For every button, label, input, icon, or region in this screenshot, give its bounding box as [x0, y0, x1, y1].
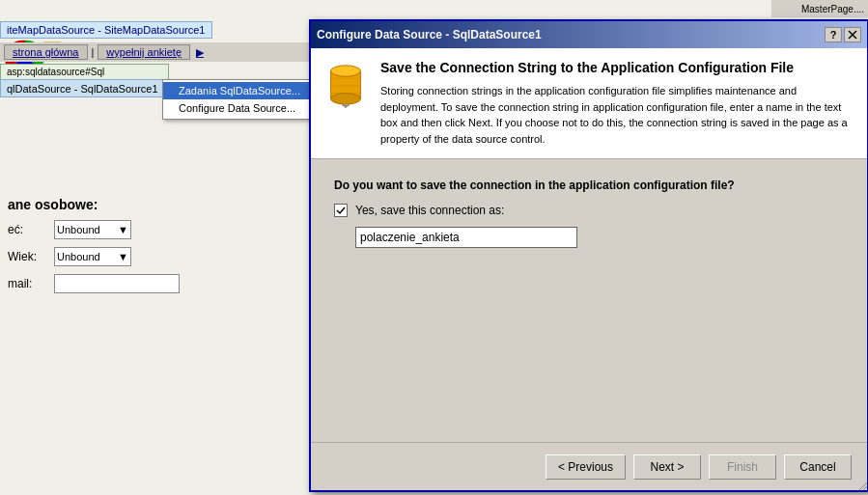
sitemap-datasource-label: iteMapDataSource - SiteMapDataSource1: [0, 21, 212, 39]
dialog-title: Configure Data Source - SqlDataSource1: [317, 28, 542, 41]
nav-arrow[interactable]: ▶: [196, 46, 204, 59]
connection-name-input[interactable]: [355, 227, 577, 248]
save-connection-checkbox-row: Yes, save this connection as:: [334, 204, 844, 217]
context-menu-item-configure[interactable]: Configure Data Source...: [163, 99, 316, 117]
nav-tabs: strona główna | wypełnij ankietę ▶: [0, 42, 309, 62]
form-row-age: Wiek: Unbound ▼: [0, 243, 309, 270]
dialog-header-title: Save the Connection String to the Applic…: [380, 60, 852, 75]
checkbox-label: Yes, save this connection as:: [355, 204, 504, 217]
dialog-controls: ?: [825, 27, 861, 42]
svg-line-14: [863, 486, 867, 490]
dialog-content: Save the Connection String to the Applic…: [311, 48, 867, 490]
dialog-titlebar: Configure Data Source - SqlDataSource1 ?: [311, 21, 867, 48]
dropdown-arrow-icon: ▼: [118, 224, 128, 235]
personal-header: ane osobowe:: [0, 193, 309, 216]
top-bar: MasterPage....: [771, 0, 868, 17]
age-label: Wiek:: [8, 250, 46, 263]
dialog-help-button[interactable]: ?: [825, 27, 842, 42]
nav-link-home[interactable]: strona główna: [4, 44, 88, 60]
email-label: mail:: [8, 277, 46, 290]
svg-point-8: [331, 94, 361, 105]
dialog-header-desc: Storing connection strings in the applic…: [380, 83, 852, 147]
cancel-button[interactable]: Cancel: [784, 454, 852, 480]
dialog-header-text: Save the Connection String to the Applic…: [380, 60, 852, 147]
content-placeholder-label: asp:sqldatasource#Sql: [0, 64, 169, 80]
dialog-question: Do you want to save the connection in th…: [334, 179, 844, 192]
personal-data-section: ane osobowe: eć: Unbound ▼ Wiek: Unbound…: [0, 193, 309, 297]
dialog-header-section: Save the Connection String to the Applic…: [311, 48, 867, 159]
next-button[interactable]: Next >: [633, 454, 701, 480]
age-select[interactable]: Unbound ▼: [54, 247, 131, 266]
svg-point-7: [331, 66, 361, 77]
dialog-footer: < Previous Next > Finish Cancel: [311, 442, 867, 490]
context-menu: Zadania SqlDataSource... Configure Data …: [162, 79, 317, 120]
svg-line-13: [859, 482, 867, 490]
dialog-close-button[interactable]: [844, 27, 861, 42]
save-connection-checkbox[interactable]: [334, 204, 348, 217]
gender-label: eć:: [8, 223, 46, 236]
form-row-gender: eć: Unbound ▼: [0, 216, 309, 243]
form-row-email: mail:: [0, 270, 309, 297]
nav-separator: |: [90, 46, 97, 58]
masterpage-label: MasterPage....: [801, 4, 864, 14]
gender-select[interactable]: Unbound ▼: [54, 220, 131, 239]
configure-datasource-dialog: Configure Data Source - SqlDataSource1 ?: [309, 19, 868, 492]
dropdown-arrow-age-icon: ▼: [118, 251, 128, 262]
nav-link-fill[interactable]: wypełnij ankietę: [98, 44, 190, 60]
finish-button[interactable]: Finish: [709, 454, 776, 480]
dialog-resize-handle[interactable]: [855, 479, 867, 490]
context-menu-item-tasks[interactable]: Zadania SqlDataSource...: [163, 82, 316, 99]
previous-button[interactable]: < Previous: [546, 454, 626, 480]
email-input[interactable]: [54, 274, 180, 293]
database-icon: [326, 60, 365, 108]
dialog-body: Do you want to save the connection in th…: [311, 159, 867, 442]
